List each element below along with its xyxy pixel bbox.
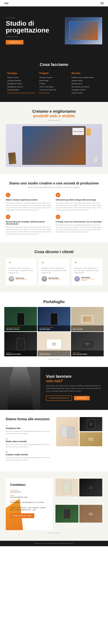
- marchio-list: Identità visiva e identità verbale Ident…: [72, 76, 101, 94]
- marchio-item-3: Identità sonora: [72, 82, 101, 85]
- hero-content: CHI SIAMO Studio di progettazione Immagi…: [6, 17, 55, 45]
- portfolio-caption: Immagine da Freepik: [4, 358, 104, 360]
- studio-title-4: Il design è più una conversazione che un…: [56, 221, 102, 223]
- portfolio-tag-5: WEB DESIGN: [39, 352, 69, 353]
- books-left: [8, 152, 16, 164]
- creiamo-title-highlight: prodotti web e mobile: [33, 114, 75, 118]
- navbar: logo: [0, 0, 108, 6]
- lavora-content: Vuoi lavorare con noi? Simple Text. Lore…: [40, 367, 108, 410]
- lavora-title-plain: Vuoi lavorare: [46, 374, 71, 378]
- client-role-3: DIRETTORE DELLE VENDITE: [81, 278, 99, 281]
- creiamo-img-caption: Immagine da Freepik: [6, 120, 102, 121]
- forma-step-title-1: Sculpiamo idee: [6, 427, 52, 430]
- studio-item-4: 4 Il design è più una conversazione che …: [56, 214, 102, 235]
- studio-grid: 1 Stiamo creando esperienze emotive Dolu…: [6, 193, 102, 235]
- studio-text-3: Dolum fisce io placerat arcu nulla pelle…: [6, 226, 52, 235]
- portfolio-name-2: App Montagna: [39, 328, 69, 330]
- creiamo-section: Creiamo e miglioriamo prodotti web e mob…: [0, 102, 108, 174]
- forma-inner: Diamo forma alle emozioni 01. Sculpiamo …: [6, 417, 102, 464]
- lavora-title: Vuoi lavorare con noi?: [46, 374, 102, 383]
- hero-title: Studio di progettazione: [6, 20, 55, 34]
- progetto-item-6: Motion Design: [39, 92, 69, 94]
- portfolio-overlay-1: APPLICAZIONE MOBILE App Buon Giorno: [4, 326, 37, 331]
- avatar-1: [9, 276, 14, 282]
- forma-step-num-1: 01.: [6, 425, 52, 426]
- cosa-grid: Strategia Analisi e ricerca Laboratori i…: [7, 72, 101, 95]
- studio-title-3: Dal branding alla strategia, dall'illust…: [6, 221, 52, 225]
- nav-menu-button[interactable]: [100, 2, 104, 4]
- quote-mark-1: ": [9, 261, 34, 266]
- laptop-big: Meet our leaders: [22, 126, 86, 165]
- contatti-img-2: BrandItems: [79, 479, 102, 496]
- marchio-item-1: Identità visiva e identità verbale: [72, 76, 101, 79]
- contatti-content: Contattaci TELEFONO (207) 555-0107 EMAIL…: [10, 483, 48, 518]
- progetto-item-5: Creazione di asset visivi: [39, 89, 69, 91]
- progetto-item-3: Prototipi: [39, 82, 69, 85]
- client-card-2: " Sample text. Click to select the text …: [39, 258, 69, 285]
- hero-image-placeholder: [65, 17, 102, 44]
- contatti-img-4: LogoDesign: [79, 505, 102, 522]
- strategia-item-2: Laboratori interattivi: [7, 80, 36, 82]
- studio-subtitle: Questi valori fondamentali definiscono c…: [6, 186, 102, 188]
- portfolio-overlay-5: WEB DESIGN Atelier Interno: [38, 350, 70, 356]
- client-text-3: Sample text. Click to select the text bo…: [74, 267, 99, 274]
- avatar-3: [74, 276, 80, 282]
- client-role-2: CAPO DILIGENTE: [48, 279, 60, 280]
- contact-label-2: EMAIL: [10, 495, 48, 496]
- strategia-heading: Strategia: [7, 72, 36, 74]
- contatti-inner: Contattaci TELEFONO (207) 555-0107 EMAIL…: [6, 479, 102, 530]
- contatti-img-caption: Immagine da Freepik: [6, 532, 102, 534]
- portfolio-item-3[interactable]: WEB DESIGN Sito di ricette: [71, 307, 104, 331]
- studio-item-3: 3 Dal branding alla strategia, dall'illu…: [6, 214, 52, 235]
- hero-img-caption: Immagine da Freepik: [6, 36, 55, 37]
- progetto-list: Direzione Creativa Brand Guide Prototipi…: [39, 76, 69, 94]
- forma-img-2: ★: [80, 417, 102, 431]
- portfolio-tag-3: WEB DESIGN: [73, 327, 102, 328]
- mouse-right: [94, 156, 98, 163]
- strategia-item-1: Analisi e ricerca: [7, 76, 36, 79]
- marchio-item-6: Filmati di marca: [72, 92, 101, 94]
- creiamo-title-plain: Creiamo e miglioriamo: [32, 109, 76, 114]
- forma-step-text-1: Dolum fisce io placerat arcu nulla pelle…: [6, 430, 52, 435]
- lavora-contact-button[interactable]: CONTATTACI: [74, 396, 90, 400]
- client-text-2: Sample text. Click to select the text bo…: [42, 267, 67, 274]
- portfolio-overlay-3: WEB DESIGN Sito di ricette: [71, 326, 104, 331]
- portfolio-grid: APPLICAZIONE MOBILE App Buon Giorno APPL…: [4, 307, 104, 356]
- footer: Sample text. Click to select the text bo…: [0, 541, 108, 546]
- portfolio-item-4[interactable]: ♥ I NEGOZI Magazzino di moda: [4, 332, 37, 356]
- lavora-portfolio-button[interactable]: SCARICARE PORTFOLIO: [46, 396, 72, 400]
- cosa-col-strategia: Strategia Analisi e ricerca Laboratori i…: [7, 72, 36, 95]
- clienti-grid: " Sample text. Click to select the text …: [6, 258, 102, 285]
- hero-cta-button[interactable]: CONTATTACI: [6, 40, 23, 44]
- studio-text-1: Dolum fisce io placerat arcu nulla pelle…: [6, 202, 52, 211]
- portfolio-item-6[interactable]: PortfolioWeb WEB DESIGN Sito web persona…: [71, 332, 104, 356]
- avatar-2: [42, 276, 47, 282]
- studio-num-1: 1: [6, 193, 10, 197]
- studio-title-2: Utilizzando gli ultimi sviluppi della te…: [56, 199, 102, 201]
- client-avatar-2: Nat Reynolds CAPO DILIGENTE: [42, 276, 67, 282]
- strategia-list: Analisi e ricerca Laboratori interattivi…: [7, 76, 36, 94]
- quote-mark-3: ": [74, 261, 99, 266]
- portfolio-item-1[interactable]: APPLICAZIONE MOBILE App Buon Giorno: [4, 307, 37, 331]
- studio-title-1: Stiamo creando esperienze emotive: [6, 199, 52, 201]
- portfolio-overlay-4: I NEGOZI Magazzino di moda: [4, 350, 37, 356]
- portfolio-name-4: Magazzino di moda: [6, 353, 35, 355]
- quote-mark-2: ": [42, 261, 67, 266]
- creiamo-title: Creiamo e miglioriamo prodotti web e mob…: [6, 109, 102, 118]
- client-role-1: IMPRESSIONISTA: [16, 279, 27, 280]
- portfolio-tag-6: WEB DESIGN: [73, 352, 102, 353]
- contatti-right: BrandItems LogoDesign: [56, 479, 102, 530]
- nav-logo[interactable]: logo: [4, 2, 9, 4]
- portfolio-item-2[interactable]: APPLICAZIONE MOBILE App Montagna: [38, 307, 70, 331]
- client-avatar-3: Bob Robert DIRETTORE DELLE VENDITE: [74, 276, 99, 282]
- hero-section: CHI SIAMO Studio di progettazione Immagi…: [0, 6, 108, 55]
- portfolio-title: Portafoglio: [4, 300, 104, 304]
- lavora-image: [0, 367, 40, 410]
- contact-label-1: TELEFONO: [10, 490, 48, 491]
- contatti-form-button[interactable]: FORMULARIO DEL LIBRO: [10, 513, 34, 518]
- portfolio-item-5[interactable]: StartupStudio WEB DESIGN Atelier Interno: [38, 332, 70, 356]
- forma-section: Diamo forma alle emozioni 01. Sculpiamo …: [0, 410, 108, 472]
- person-silhouette: [7, 367, 33, 410]
- client-name-1: Sasha Grey: [16, 277, 27, 279]
- studio-num-3: 3: [6, 214, 10, 219]
